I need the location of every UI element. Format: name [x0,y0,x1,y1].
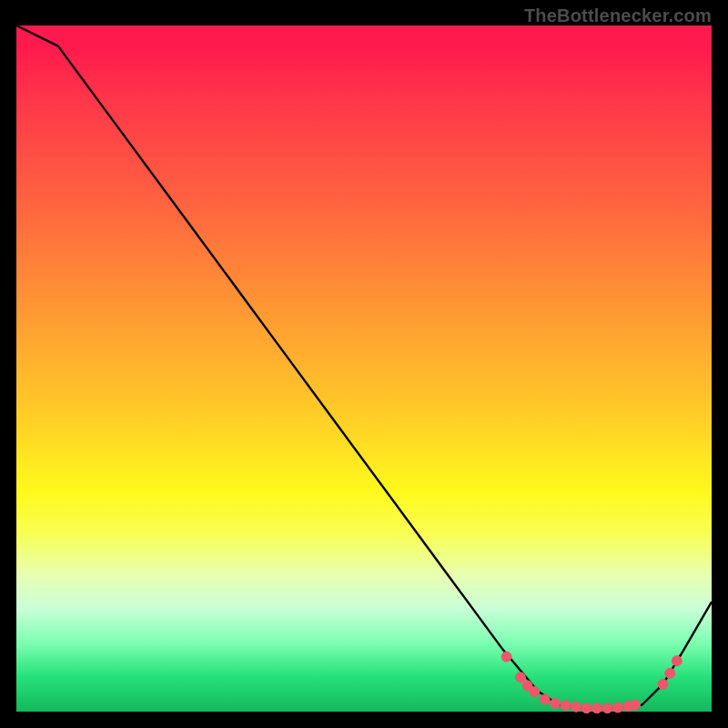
data-marker [612,703,622,713]
data-marker [561,701,571,711]
data-marker [581,703,592,713]
chart-frame: TheBottlenecker.com [0,0,728,728]
curve-layer [16,25,712,708]
bottleneck-curve-path [16,25,712,708]
marker-layer [501,652,682,713]
data-marker [571,702,581,712]
data-marker [540,694,550,704]
data-marker [515,672,525,682]
attribution-text: TheBottlenecker.com [524,5,712,26]
data-marker [530,687,540,697]
data-marker [551,699,561,709]
data-marker [672,656,682,666]
data-marker [631,700,641,710]
data-marker [602,703,612,713]
data-marker [501,652,511,662]
data-marker [592,703,602,713]
bottleneck-curve-svg [16,25,712,712]
data-marker [665,668,675,678]
plot-area [16,25,712,712]
data-marker [658,679,668,689]
